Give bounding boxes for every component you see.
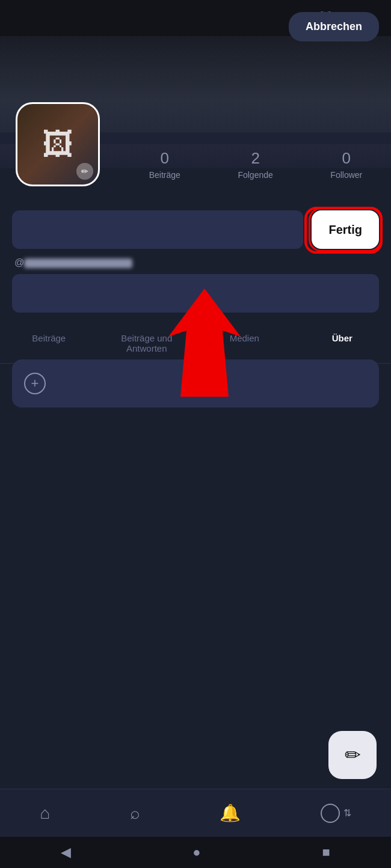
edit-fab-button[interactable]: ✏ xyxy=(328,731,377,779)
username-blurred xyxy=(24,258,132,268)
android-bar: ◀ ● ■ xyxy=(0,837,391,868)
profile-nav-icon[interactable]: ⇅ xyxy=(321,804,351,823)
stat-followers[interactable]: 0 Follower xyxy=(330,149,362,180)
notifications-nav-icon[interactable]: 🔔 xyxy=(220,803,241,823)
pencil-icon: ✏ xyxy=(345,744,361,766)
stat-followers-label: Follower xyxy=(330,170,362,180)
stat-posts-value: 0 xyxy=(161,149,169,168)
at-symbol: @ xyxy=(14,257,24,267)
avatar-box: 🖼 ✏ xyxy=(16,102,100,186)
cancel-button[interactable]: Abbrechen xyxy=(289,12,379,41)
stat-following-label: Folgende xyxy=(238,170,272,180)
avatar[interactable]: 🖼 ✏ xyxy=(16,102,100,186)
tab-posts-replies[interactable]: Beiträge und Antworten xyxy=(98,323,196,363)
chevron-up-down-icon: ⇅ xyxy=(343,807,351,819)
username-row: @ xyxy=(14,257,132,268)
stat-posts-label: Beiträge xyxy=(149,170,180,180)
add-link-row[interactable]: + xyxy=(12,359,379,408)
home-nav-icon[interactable]: ⌂ xyxy=(40,804,50,823)
stats-row: 0 Beiträge 2 Folgende 0 Follower xyxy=(120,149,391,180)
tab-media[interactable]: Medien xyxy=(196,323,294,363)
name-input-row: Fertig xyxy=(12,210,379,249)
stat-posts[interactable]: 0 Beiträge xyxy=(149,149,180,180)
fertig-button[interactable]: Fertig xyxy=(312,210,379,249)
home-button[interactable]: ● xyxy=(192,845,200,860)
stat-following-value: 2 xyxy=(251,149,259,168)
tabs-row: Beiträge Beiträge und Antworten Medien Ü… xyxy=(0,323,391,364)
avatar-edit-icon: ✏ xyxy=(76,163,93,180)
name-input[interactable] xyxy=(12,210,303,249)
image-placeholder-icon: 🖼 xyxy=(42,126,73,162)
recent-button[interactable]: ■ xyxy=(322,845,330,860)
tab-posts[interactable]: Beiträge xyxy=(0,323,98,363)
bio-input[interactable] xyxy=(12,274,379,313)
add-icon: + xyxy=(24,373,46,394)
search-nav-icon[interactable]: ⌕ xyxy=(130,804,140,823)
tab-about[interactable]: Über xyxy=(294,323,392,363)
bottom-nav: ⌂ ⌕ 🔔 ⇅ xyxy=(0,789,391,837)
stat-following[interactable]: 2 Folgende xyxy=(238,149,272,180)
stat-followers-value: 0 xyxy=(342,149,351,168)
back-button[interactable]: ◀ xyxy=(61,845,71,860)
profile-circle xyxy=(321,804,340,823)
